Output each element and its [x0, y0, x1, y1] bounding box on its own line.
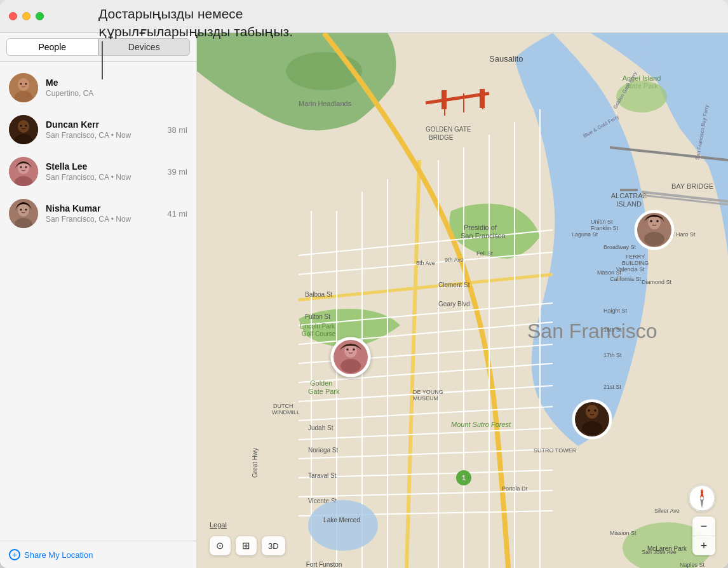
svg-text:Mission St: Mission St	[610, 530, 637, 536]
svg-point-143	[650, 220, 652, 222]
svg-text:Valencia St: Valencia St	[616, 266, 645, 273]
main-content: People Devices	[0, 33, 728, 568]
svg-point-9	[25, 125, 27, 127]
person-info-nisha: Nisha Kumar San Francisco, CA • Now	[46, 203, 159, 224]
person-item-nisha[interactable]: Nisha Kumar San Francisco, CA • Now 41 m…	[0, 193, 196, 234]
person-info-stella: Stella Lee San Francisco, CA • Now	[46, 161, 159, 182]
zoom-out-button[interactable]: −	[692, 517, 715, 536]
svg-text:DE YOUNG: DE YOUNG	[413, 389, 443, 395]
svg-point-135	[582, 421, 602, 435]
sidebar: People Devices	[0, 33, 197, 568]
svg-text:8th Ave: 8th Ave	[416, 260, 435, 266]
svg-point-136	[588, 409, 590, 412]
3d-label: 3D	[268, 541, 279, 551]
svg-text:Laguna St: Laguna St	[572, 231, 598, 238]
svg-text:N: N	[700, 489, 703, 494]
svg-text:Mount Sutro Forest: Mount Sutro Forest	[451, 421, 511, 428]
svg-text:Gate Park: Gate Park	[308, 388, 340, 395]
svg-text:Broadway St: Broadway St	[603, 244, 637, 250]
person-item-duncan[interactable]: Duncan Kerr San Francisco, CA • Now 38 m…	[0, 109, 196, 151]
svg-text:Presidio of: Presidio of	[464, 224, 497, 231]
avatar-duncan	[9, 115, 38, 144]
svg-point-130	[353, 348, 355, 351]
person-name-nisha: Nisha Kumar	[46, 203, 159, 213]
svg-text:BAY BRIDGE: BAY BRIDGE	[671, 182, 713, 190]
svg-point-1	[18, 78, 29, 91]
svg-text:Taraval St: Taraval St	[308, 472, 337, 479]
svg-text:BRIDGE: BRIDGE	[429, 134, 454, 141]
location-icon: ⊙	[216, 540, 224, 551]
svg-text:Haight St: Haight St	[603, 308, 628, 314]
svg-text:MUSEUM: MUSEUM	[413, 395, 438, 402]
svg-text:DUTCH: DUTCH	[273, 403, 293, 409]
person-name-me: Me	[46, 78, 187, 88]
svg-text:17th St: 17th St	[603, 352, 622, 358]
avatar-nisha	[9, 199, 38, 228]
svg-text:BUILDING: BUILDING	[622, 260, 649, 266]
tab-people[interactable]: People	[6, 38, 98, 56]
svg-text:Lake Merced: Lake Merced	[323, 517, 360, 524]
svg-point-3	[20, 83, 22, 85]
svg-point-128	[340, 359, 361, 373]
svg-text:ISLAND: ISLAND	[616, 200, 642, 208]
map-view-button[interactable]: ⊞	[236, 536, 257, 555]
svg-text:Silver Ave: Silver Ave	[654, 508, 680, 514]
location-button[interactable]: ⊙	[210, 536, 231, 555]
map-controls-bottom-left: ⊙ ⊞ 3D	[210, 536, 285, 555]
svg-text:1: 1	[462, 475, 466, 482]
avatar-me	[9, 73, 38, 102]
svg-point-14	[25, 166, 27, 168]
svg-text:Franklin St: Franklin St	[591, 225, 619, 231]
traffic-lights	[9, 12, 44, 20]
3d-button[interactable]: 3D	[262, 536, 285, 555]
share-location-icon: +	[9, 549, 20, 560]
share-location-label: Share My Location	[24, 550, 93, 560]
svg-text:SUTRO TOWER: SUTRO TOWER	[534, 447, 577, 454]
map-icon: ⊞	[242, 540, 250, 551]
svg-text:California St: California St	[610, 276, 642, 282]
maximize-button[interactable]	[36, 12, 44, 20]
minimize-button[interactable]	[22, 12, 30, 20]
person-info-duncan: Duncan Kerr San Francisco, CA • Now	[46, 119, 159, 140]
people-list: Me Cupertino, CA	[0, 62, 196, 541]
svg-text:Union St: Union St	[591, 219, 613, 225]
svg-point-13	[20, 166, 22, 168]
tab-bar: People Devices	[0, 33, 196, 62]
svg-text:Judah St: Judah St	[308, 424, 334, 431]
person-item-me[interactable]: Me Cupertino, CA	[0, 67, 196, 109]
zoom-controls: − +	[692, 517, 715, 555]
person-distance-duncan: 38 mi	[167, 125, 187, 135]
svg-text:WINDMILL: WINDMILL	[272, 409, 300, 416]
map-controls-bottom-right: N − +	[689, 485, 715, 555]
map-area[interactable]: Sausalito Marin Headlands GOLDEN GATE BR…	[197, 33, 728, 568]
map-svg: Sausalito Marin Headlands GOLDEN GATE BR…	[197, 33, 728, 568]
svg-text:FERRY: FERRY	[626, 254, 645, 260]
svg-rect-51	[480, 89, 485, 108]
compass[interactable]: N	[689, 485, 715, 511]
app-window: People Devices	[0, 0, 728, 568]
svg-point-8	[20, 125, 22, 127]
svg-text:Portola Dr: Portola Dr	[502, 485, 528, 492]
svg-text:Geary Blvd: Geary Blvd	[438, 301, 469, 308]
zoom-in-button[interactable]: +	[692, 536, 715, 555]
close-button[interactable]	[9, 12, 17, 20]
svg-point-18	[20, 209, 22, 211]
svg-point-144	[656, 220, 659, 222]
svg-text:Diamond St: Diamond St	[642, 279, 672, 285]
person-item-stella[interactable]: Stella Lee San Francisco, CA • Now 39 mi	[0, 151, 196, 193]
legal-link[interactable]: Legal	[210, 518, 227, 530]
svg-text:Sausalito: Sausalito	[489, 54, 523, 64]
svg-point-4	[25, 83, 27, 85]
svg-point-141	[648, 215, 661, 229]
person-distance-nisha: 41 mi	[167, 209, 187, 219]
svg-rect-50	[442, 90, 447, 109]
person-location-nisha: San Francisco, CA • Now	[46, 215, 159, 224]
sidebar-footer[interactable]: + Share My Location	[0, 541, 196, 568]
svg-point-16	[18, 204, 29, 217]
svg-point-6	[18, 120, 29, 133]
svg-text:Marin Headlands: Marin Headlands	[299, 100, 352, 107]
svg-text:Great Hwy: Great Hwy	[252, 448, 259, 478]
tab-devices[interactable]: Devices	[98, 38, 191, 56]
person-name-duncan: Duncan Kerr	[46, 119, 159, 130]
titlebar	[0, 0, 728, 33]
